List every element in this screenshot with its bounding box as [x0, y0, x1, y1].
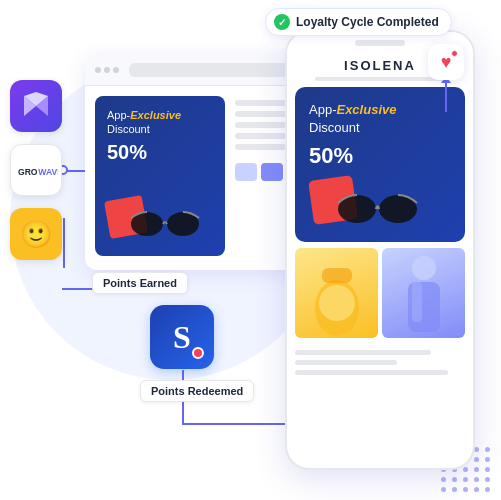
check-icon: ✓	[274, 14, 290, 30]
svg-text:GRO: GRO	[18, 167, 38, 177]
phone-ad-banner: App-Exclusive Discount 50%	[295, 87, 465, 242]
phone-app-prefix: App-	[309, 102, 336, 117]
heart-icon: ♥	[441, 52, 452, 73]
phone-exclusive: Exclusive	[336, 102, 396, 117]
dot-grid-item	[485, 457, 490, 462]
swatch-1	[235, 163, 257, 181]
phone-sunglasses-icon	[330, 175, 425, 230]
dot-grid-item	[463, 487, 468, 492]
dot-grid-item	[463, 477, 468, 482]
smile-logo: 🙂	[10, 208, 62, 260]
dot-grid-item	[485, 467, 490, 472]
bag-illustration	[307, 248, 367, 338]
smile-icon: 🙂	[20, 219, 52, 250]
logo-icons-column: GRO WAVE 🙂	[10, 80, 62, 260]
ad-banner: App-Exclusive Discount 50%	[95, 96, 225, 256]
phone-image-grid	[287, 242, 473, 344]
svg-point-8	[319, 285, 355, 321]
growave-svg: GRO WAVE	[14, 159, 58, 181]
ad-title: App-Exclusive Discount	[107, 108, 213, 137]
svg-text:WAVE: WAVE	[38, 167, 58, 177]
notification-dot	[451, 50, 458, 57]
dot-grid-item	[485, 477, 490, 482]
dot-grid-item	[463, 467, 468, 472]
phone-ad-discount: 50%	[309, 143, 451, 169]
ad-exclusive: Exclusive	[130, 109, 181, 121]
content-line-4	[235, 133, 287, 139]
svg-point-9	[412, 256, 436, 280]
points-redeemed-label: Points Redeemed	[140, 380, 254, 402]
dot-grid-item	[452, 487, 457, 492]
dot-grid-item	[474, 477, 479, 482]
phone-ad-title: App-Exclusive Discount	[309, 101, 451, 137]
swatch-2	[261, 163, 283, 181]
app-prefix: App-	[107, 109, 130, 121]
phone-grid-img-1	[295, 248, 378, 338]
dot-grid-item	[441, 487, 446, 492]
loyalty-badge: ✓ Loyalty Cycle Completed	[265, 8, 452, 36]
shopify-s-letter: S	[173, 319, 191, 356]
badge-text: Loyalty Cycle Completed	[296, 15, 439, 29]
browser-dot-2	[104, 67, 110, 73]
phone-line-3	[295, 370, 448, 375]
dot-grid-item	[485, 447, 490, 452]
dot-grid-item	[474, 457, 479, 462]
phone-line-2	[295, 360, 397, 365]
points-earned-label: Points Earned	[92, 272, 188, 294]
svg-rect-11	[412, 282, 422, 322]
dot-grid-item	[474, 467, 479, 472]
purple-logo	[10, 80, 62, 132]
svg-rect-7	[322, 268, 352, 283]
phone-notch-bar	[355, 40, 405, 46]
heart-bubble: ♥	[428, 44, 464, 80]
arrow-up	[445, 82, 447, 112]
flow-line-redeemed-phone	[182, 423, 292, 425]
dot-grid-item	[485, 487, 490, 492]
person-illustration	[394, 248, 454, 338]
phone-grid-img-2	[382, 248, 465, 338]
purple-fox-svg	[18, 88, 54, 124]
phone-line-1	[295, 350, 431, 355]
phone-line2: Discount	[309, 120, 360, 135]
flow-line-smile-down	[63, 218, 65, 268]
ad-discount: 50%	[107, 141, 213, 164]
shopify-logo: S	[150, 305, 214, 369]
dot-grid-item	[452, 477, 457, 482]
growave-logo: GRO WAVE	[10, 144, 62, 196]
phone-bottom-lines	[287, 344, 473, 375]
browser-dot-1	[95, 67, 101, 73]
dot-grid-item	[474, 487, 479, 492]
browser-dot-3	[113, 67, 119, 73]
sunglasses-icon	[125, 196, 205, 241]
ad-line2: Discount	[107, 123, 150, 135]
dot-grid-item	[441, 477, 446, 482]
phone-header-line	[315, 77, 445, 81]
browser-dots	[95, 67, 119, 73]
shopify-notification-dot	[192, 347, 204, 359]
